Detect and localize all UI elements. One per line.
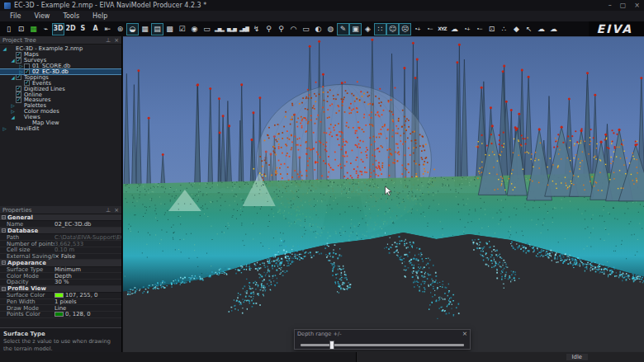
profile-edit-icon[interactable]: ▅▂▅	[225, 23, 238, 35]
draw-hand-icon[interactable]: ✎	[337, 23, 349, 35]
grid-icon[interactable]: ▦	[139, 23, 151, 35]
dense-grid-icon[interactable]: ▩	[163, 23, 176, 35]
profile-view-icon[interactable]: ▂▅▂	[213, 23, 225, 35]
mode-a-button[interactable]: A	[89, 23, 102, 35]
prop-row-points-color: Points Color0, 128, 0	[0, 312, 121, 318]
close-icon[interactable]: ×	[114, 36, 119, 45]
expand-icon[interactable]: ▷	[18, 63, 24, 68]
collapse-icon[interactable]: ◢	[10, 58, 16, 63]
collapse-section-icon[interactable]: −	[2, 287, 6, 291]
visibility-checkbox[interactable]: ✓	[16, 97, 21, 103]
restore-button[interactable]: ▢	[620, 0, 627, 11]
frowny-icon[interactable]: ☹	[399, 23, 411, 35]
save-icon[interactable]: ▦	[27, 23, 40, 35]
eiva-logo: EIVA	[589, 21, 644, 36]
property-description-title: Surface Type	[3, 331, 118, 337]
expand-icon[interactable]: ▷	[10, 103, 16, 108]
rectangle-icon[interactable]: ▭	[300, 23, 312, 35]
arc-icon[interactable]: ◠	[287, 23, 300, 35]
section-label: Database	[7, 228, 38, 234]
smiley-icon[interactable]: ☺	[386, 23, 399, 35]
pin-icon[interactable]: ⊥	[106, 36, 111, 45]
cloud-point-add-icon[interactable]: •+	[461, 23, 473, 35]
toolbar: ▯⊡▦⌁3D2DSA⇤⊛◒▦▤▩☑◉▭▂▅▂▅▂▅▂▅▇↯⚲⚲◠▭◐◍✎▣◈∷☺…	[0, 21, 644, 36]
expand-icon[interactable]: ▷	[2, 126, 7, 131]
blob-icon[interactable]: ◆	[510, 23, 523, 35]
tree-item-views[interactable]: ◢Views	[0, 115, 121, 120]
import-icon[interactable]: ⇤	[102, 23, 114, 35]
menu-file[interactable]: File	[3, 12, 27, 20]
pointer-icon[interactable]: ↖	[523, 23, 535, 35]
depth-range-slider-track[interactable]	[301, 344, 464, 346]
section-label: Appearance	[7, 260, 46, 266]
point-select-icon[interactable]: ∴	[498, 23, 510, 35]
waypoint-icon[interactable]: ⚲	[263, 23, 275, 35]
menu-help[interactable]: Help	[86, 12, 114, 20]
profile-multi-icon[interactable]: ▂▅▇	[238, 23, 250, 35]
tree-item-naviedit[interactable]: ▷NaviEdit	[0, 125, 121, 131]
connect-icon[interactable]: ⌁	[40, 23, 52, 35]
collapse-section-icon[interactable]: −	[2, 261, 6, 265]
close-icon[interactable]: ×	[462, 330, 467, 338]
collapse-icon[interactable]: ◢	[10, 75, 16, 80]
menu-bar: FileViewToolsHelp	[0, 11, 644, 21]
fill-square-icon[interactable]: ▣	[349, 23, 362, 35]
collapse-section-icon[interactable]: −	[2, 215, 6, 219]
color-swatch[interactable]	[54, 293, 64, 298]
prop-label: Points Color	[0, 311, 54, 317]
cloud-point-remove-icon[interactable]: •−	[473, 23, 485, 35]
cloud-view-icon[interactable]: ☁	[535, 23, 547, 35]
menu-tools[interactable]: Tools	[56, 12, 86, 20]
globe-axes-icon[interactable]: ⊛	[114, 23, 126, 35]
waypoint-query-icon[interactable]: ⚲	[275, 23, 287, 35]
close-button[interactable]: ×	[634, 0, 640, 11]
mode-2d-button[interactable]: 2D	[64, 23, 77, 35]
depth-range-slider-handle[interactable]	[329, 341, 334, 350]
pin-icon[interactable]: ⊥	[106, 206, 111, 214]
menu-view[interactable]: View	[27, 12, 56, 20]
open-folder-icon[interactable]: ⊡	[15, 23, 27, 35]
point-add-icon[interactable]: •+	[411, 23, 424, 35]
prop-value[interactable]: 02_EC-3D.db	[54, 221, 121, 228]
cloud-box-icon[interactable]: ☁	[547, 23, 560, 35]
color-swatch[interactable]	[54, 312, 64, 317]
collapse-section-icon[interactable]: −	[2, 228, 6, 233]
prop-value[interactable]: ×False	[54, 253, 121, 260]
terrain-surface	[123, 172, 644, 352]
mode-s-button[interactable]: S	[77, 23, 89, 35]
collapse-icon[interactable]: ◢	[10, 115, 16, 120]
properties-panel: Properties ⊥ × −GeneralName02_EC-3D.db−D…	[0, 206, 121, 352]
mode-3d-button[interactable]: 3D	[52, 23, 64, 35]
contrast-icon[interactable]: ◐	[312, 23, 324, 35]
surface-grid-icon[interactable]: ▤	[151, 23, 163, 35]
tree-item-measures[interactable]: ▷✓Measures	[0, 97, 121, 103]
ruler-icon[interactable]: ▭	[201, 23, 213, 35]
expand-icon[interactable]: ▷	[10, 109, 16, 114]
point-remove-icon[interactable]: •−	[424, 23, 436, 35]
select-view-icon[interactable]: ☑	[176, 23, 188, 35]
globe-paint-icon[interactable]: ◒	[126, 23, 139, 35]
cloud-import-icon[interactable]: ☁	[448, 23, 461, 35]
camera-icon[interactable]: ◉	[188, 23, 201, 35]
collapse-icon[interactable]: ◢	[2, 46, 7, 51]
tree-item-color-modes[interactable]: ▷Color modes	[0, 109, 121, 115]
visibility-checkbox[interactable]: ✓	[16, 74, 21, 80]
brush-icon[interactable]: ◈	[362, 23, 374, 35]
clip-box-icon[interactable]: ⊡	[485, 23, 498, 35]
new-file-icon[interactable]: ▯	[2, 23, 15, 35]
close-icon[interactable]: ×	[114, 206, 119, 214]
visibility-checkbox[interactable]: ✓	[16, 58, 21, 63]
palette-icon[interactable]: ◍	[324, 23, 337, 35]
application-window: EC-3D - Example 2.nmp - EIVA NaviModel P…	[0, 0, 644, 362]
prop-value[interactable]: 0, 128, 0	[54, 311, 121, 317]
section-label: Profile View	[7, 285, 46, 292]
tree-item-palettes[interactable]: ▷Palettes	[0, 103, 121, 109]
minimize-button[interactable]: –	[608, 0, 612, 11]
project-tree-title: Project Tree	[2, 37, 36, 44]
route-icon[interactable]: ↯	[250, 23, 263, 35]
viewport-3d[interactable]: Depth range +/- ×	[123, 36, 644, 352]
tree-item-toppings[interactable]: ◢✓Toppings	[0, 74, 121, 80]
prop-value[interactable]: 30 %	[54, 279, 121, 285]
xyz-export-icon[interactable]: XYZ	[436, 23, 448, 35]
scatter-points-icon[interactable]: ∷	[374, 23, 386, 35]
